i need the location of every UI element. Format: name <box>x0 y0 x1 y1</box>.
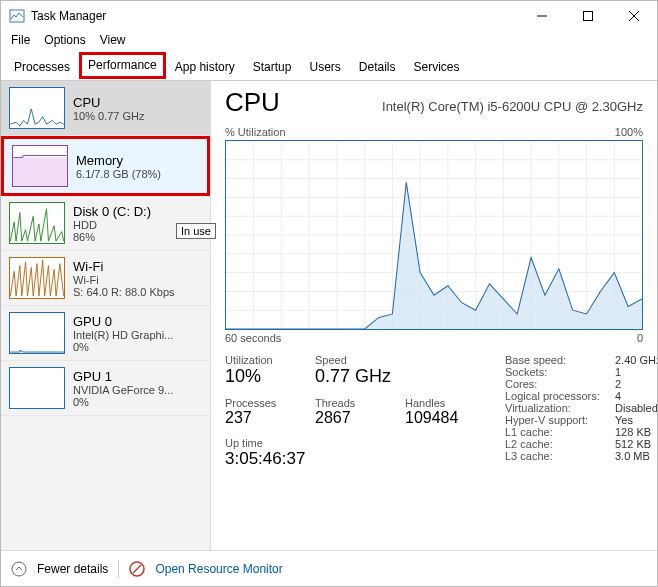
utilization-key: Utilization <box>225 354 315 366</box>
l3-v: 3.0 MB <box>615 450 657 462</box>
y-label-left: % Utilization <box>225 126 286 138</box>
gpu0-label: GPU 0 <box>73 314 173 329</box>
sidebar-item-wifi[interactable]: Wi-Fi Wi-Fi S: 64.0 R: 88.0 Kbps <box>1 251 210 306</box>
gpu0-sub1: Intel(R) HD Graphi... <box>73 329 173 341</box>
gpu1-sub2: 0% <box>73 396 173 408</box>
cpu-thumb <box>9 87 65 129</box>
virt-v: Disabled <box>615 402 657 414</box>
open-resource-monitor-link[interactable]: Open Resource Monitor <box>155 562 282 576</box>
window-title: Task Manager <box>31 9 106 23</box>
window-buttons <box>519 1 657 31</box>
tab-details[interactable]: Details <box>350 54 405 81</box>
resource-monitor-icon <box>129 561 145 577</box>
maximize-button[interactable] <box>565 1 611 31</box>
memory-thumb <box>12 145 68 187</box>
threads-key: Threads <box>315 397 405 409</box>
memory-text: Memory 6.1/7.8 GB (78%) <box>76 153 161 180</box>
cores-k: Cores: <box>505 378 615 390</box>
tab-performance[interactable]: Performance <box>79 52 166 79</box>
sockets-v: 1 <box>615 366 657 378</box>
tab-processes[interactable]: Processes <box>5 54 79 81</box>
wifi-label: Wi-Fi <box>73 259 175 274</box>
processes-val: 237 <box>225 409 315 427</box>
disk-sub1: HDD <box>73 219 151 231</box>
wifi-sub2: S: 64.0 R: 88.0 Kbps <box>73 286 175 298</box>
gpu0-text: GPU 0 Intel(R) HD Graphi... 0% <box>73 314 173 353</box>
minimize-button[interactable] <box>519 1 565 31</box>
stats: Utilization10% Speed0.77 GHz Processes23… <box>225 354 643 469</box>
wifi-text: Wi-Fi Wi-Fi S: 64.0 R: 88.0 Kbps <box>73 259 175 298</box>
gpu0-sub2: 0% <box>73 341 173 353</box>
memory-sub: 6.1/7.8 GB (78%) <box>76 168 161 180</box>
sidebar-item-memory[interactable]: Memory 6.1/7.8 GB (78%) <box>1 136 210 196</box>
base-speed-v: 2.40 GHz <box>615 354 657 366</box>
disk-label: Disk 0 (C: D:) <box>73 204 151 219</box>
disk-text: Disk 0 (C: D:) HDD 86% <box>73 204 151 243</box>
sidebar-item-gpu1[interactable]: GPU 1 NVIDIA GeForce 9... 0% <box>1 361 210 416</box>
wifi-sub1: Wi-Fi <box>73 274 175 286</box>
svg-line-32 <box>133 565 141 573</box>
cpu-label: CPU <box>73 95 145 110</box>
footer: Fewer details Open Resource Monitor <box>1 550 657 586</box>
app-icon <box>9 8 25 24</box>
sidebar-item-gpu0[interactable]: GPU 0 Intel(R) HD Graphi... 0% <box>1 306 210 361</box>
speed-key: Speed <box>315 354 405 366</box>
task-manager-window: Task Manager File Options View Processes… <box>0 0 658 587</box>
disk-sub2: 86% <box>73 231 151 243</box>
sockets-k: Sockets: <box>505 366 615 378</box>
l1-k: L1 cache: <box>505 426 615 438</box>
gpu0-thumb <box>9 312 65 354</box>
uptime-val: 3:05:46:37 <box>225 449 495 469</box>
disk-thumb <box>9 202 65 244</box>
menu-view[interactable]: View <box>100 33 126 47</box>
menu-options[interactable]: Options <box>44 33 85 47</box>
titlebar: Task Manager <box>1 1 657 31</box>
y-label-right: 100% <box>615 126 643 138</box>
logical-v: 4 <box>615 390 657 402</box>
x-label-left: 60 seconds <box>225 332 281 344</box>
utilization-val: 10% <box>225 366 315 387</box>
gpu1-sub1: NVIDIA GeForce 9... <box>73 384 173 396</box>
threads-val: 2867 <box>315 409 405 427</box>
main-title: CPU <box>225 87 280 118</box>
l2-k: L2 cache: <box>505 438 615 450</box>
l3-k: L3 cache: <box>505 450 615 462</box>
main-header: CPU Intel(R) Core(TM) i5-6200U CPU @ 2.3… <box>225 87 643 118</box>
tab-services[interactable]: Services <box>405 54 469 81</box>
chart-y-labels: % Utilization 100% <box>225 126 643 138</box>
base-speed-k: Base speed: <box>505 354 615 366</box>
close-button[interactable] <box>611 1 657 31</box>
gpu1-thumb <box>9 367 65 409</box>
tooltip-in-use: In use <box>176 223 216 239</box>
wifi-thumb <box>9 257 65 299</box>
menubar: File Options View <box>1 31 657 53</box>
memory-label: Memory <box>76 153 161 168</box>
chart-x-labels: 60 seconds 0 <box>225 332 643 344</box>
cpu-chart[interactable] <box>225 140 643 330</box>
separator <box>118 560 119 578</box>
handles-key: Handles <box>405 397 495 409</box>
l1-v: 128 KB <box>615 426 657 438</box>
cpu-text: CPU 10% 0.77 GHz <box>73 95 145 122</box>
chevron-up-circle-icon <box>11 561 27 577</box>
hyperv-k: Hyper-V support: <box>505 414 615 426</box>
processes-key: Processes <box>225 397 315 409</box>
gpu1-text: GPU 1 NVIDIA GeForce 9... 0% <box>73 369 173 408</box>
speed-val: 0.77 GHz <box>315 366 405 387</box>
x-label-right: 0 <box>637 332 643 344</box>
sidebar-item-cpu[interactable]: CPU 10% 0.77 GHz <box>1 81 210 136</box>
tabstrip: Processes Performance App history Startu… <box>1 53 657 81</box>
menu-file[interactable]: File <box>11 33 30 47</box>
tab-app-history[interactable]: App history <box>166 54 244 81</box>
cores-v: 2 <box>615 378 657 390</box>
handles-val: 109484 <box>405 409 495 427</box>
hyperv-v: Yes <box>615 414 657 426</box>
l2-v: 512 KB <box>615 438 657 450</box>
uptime-key: Up time <box>225 437 495 449</box>
body: CPU 10% 0.77 GHz Memory 6.1/7.8 GB (78%) <box>1 81 657 550</box>
svg-point-30 <box>12 562 26 576</box>
fewer-details-button[interactable]: Fewer details <box>37 562 108 576</box>
gpu1-label: GPU 1 <box>73 369 173 384</box>
tab-startup[interactable]: Startup <box>244 54 301 81</box>
tab-users[interactable]: Users <box>300 54 349 81</box>
